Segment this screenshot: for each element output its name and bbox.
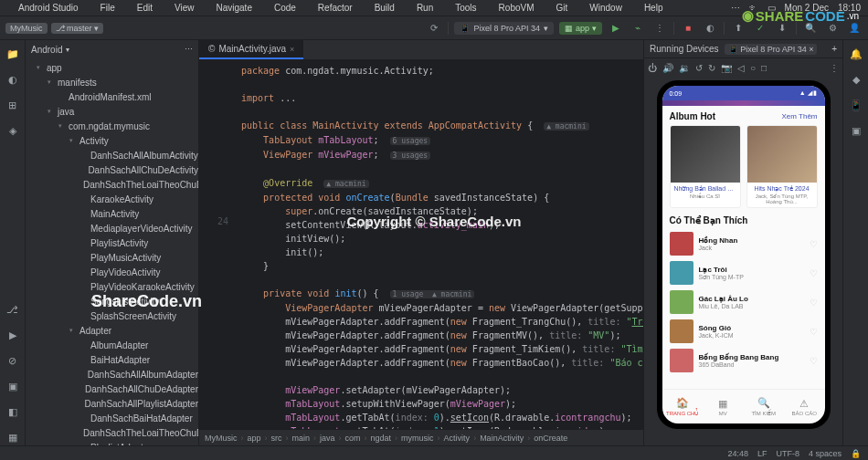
song-item[interactable]: Hồng NhanJack♡ xyxy=(670,229,818,258)
tree-item[interactable]: PlayVideoActivity xyxy=(26,265,198,279)
breadcrumb-item[interactable]: mymusic xyxy=(401,434,434,443)
breadcrumb-item[interactable]: onCreate xyxy=(534,434,567,443)
resource-icon[interactable]: ◐ xyxy=(5,71,21,88)
sync-icon[interactable]: ⟳ xyxy=(426,20,442,37)
nav-mv[interactable]: ▦MV xyxy=(703,390,744,423)
breadcrumb[interactable]: MyMusic › app › src › main › java › com … xyxy=(199,429,643,445)
editor-tab[interactable]: © MainActivity.java × xyxy=(199,40,303,59)
menu-run[interactable]: Run xyxy=(417,3,433,13)
menu-refactor[interactable]: Refactor xyxy=(318,3,353,13)
line-sep[interactable]: LF xyxy=(757,449,767,458)
tree-item[interactable]: SplashScreenActivity xyxy=(26,308,198,323)
vol-down-icon[interactable]: 🔉 xyxy=(679,63,690,73)
home-icon[interactable]: ○ xyxy=(750,63,756,73)
tree-item[interactable]: ▾manifests xyxy=(26,75,198,89)
tree-item[interactable]: DanhSachAllAlbumAdapter xyxy=(26,367,198,382)
power-icon[interactable]: ⏻ xyxy=(648,63,657,73)
charset[interactable]: UTF-8 xyxy=(776,449,799,458)
rotate-right-icon[interactable]: ↻ xyxy=(708,63,715,73)
readonly-icon[interactable]: 🔒 xyxy=(851,449,861,458)
stop-icon[interactable]: ■ xyxy=(680,20,696,37)
nav-báo cáo[interactable]: ⚠BÁO CÁO xyxy=(784,390,825,423)
breadcrumb-item[interactable]: main xyxy=(292,434,311,443)
run-tool-icon[interactable]: ▶ xyxy=(5,327,21,343)
menu-file[interactable]: File xyxy=(101,3,115,13)
menu-git[interactable]: Git xyxy=(556,3,568,13)
more-icon[interactable]: ⋮ xyxy=(651,20,668,37)
tree-item[interactable]: SongsListActivity xyxy=(26,294,198,308)
logcat-icon[interactable]: ◧ xyxy=(5,403,21,420)
problems-icon[interactable]: ⊘ xyxy=(5,352,21,369)
breadcrumb-item[interactable]: Activity xyxy=(444,434,471,443)
git-tool-icon[interactable]: ⎇ xyxy=(5,301,21,318)
more-emu-icon[interactable]: ⋮ xyxy=(830,63,839,73)
project-selector[interactable]: MyMusic xyxy=(5,23,48,34)
tree-item[interactable]: KaraokeActivity xyxy=(26,192,198,206)
menu-tools[interactable]: Tools xyxy=(455,3,476,13)
see-more-link[interactable]: Xem Thêm xyxy=(782,112,818,120)
tree-item[interactable]: DanhSachAllChuDeActivity xyxy=(26,162,198,177)
menu-edit[interactable]: Edit xyxy=(137,3,153,13)
song-item[interactable]: Gác Lại Âu LoMiu Lê, Da LAB♡ xyxy=(670,288,818,317)
tree-item[interactable]: BaiHatAdapter xyxy=(26,352,198,367)
album-card[interactable]: Hits Nhạc Trẻ 2024Jack, Sơn Tùng MTP, Ho… xyxy=(746,125,818,208)
emulator-icon[interactable]: ▣ xyxy=(848,122,864,139)
structure-icon[interactable]: ⊞ xyxy=(5,97,21,113)
breadcrumb-item[interactable]: com xyxy=(345,434,361,443)
tree-item[interactable]: ▾Activity xyxy=(26,133,198,148)
run-config[interactable]: ▦ app ▾ xyxy=(559,22,602,35)
tree-item[interactable]: MainActivity xyxy=(26,206,198,221)
menu-code[interactable]: Code xyxy=(274,3,296,13)
song-item[interactable]: Lạc TrôiSơn Tùng M-TP♡ xyxy=(670,258,818,288)
tree-item[interactable]: PlaylistAdapter xyxy=(26,440,198,445)
code-area[interactable]: package com.ngdat.mymusic.Activity; impo… xyxy=(236,60,643,429)
tree-item[interactable]: DanhSachTheLoaiTheoChuDeActivity xyxy=(26,177,198,192)
branch-selector[interactable]: ⎇ master ▾ xyxy=(51,23,104,34)
emulator-tab[interactable]: 📱 Pixel 8 Pro API 34 × xyxy=(725,44,818,55)
breadcrumb-item[interactable]: java xyxy=(320,434,335,443)
tree-item[interactable]: PlayMusicActivity xyxy=(26,250,198,265)
tree-item[interactable]: DanhSachBaiHatAdapter xyxy=(26,411,198,425)
indent[interactable]: 4 spaces xyxy=(809,449,842,458)
build-icon[interactable]: ▦ xyxy=(5,429,21,445)
heart-icon[interactable]: ♡ xyxy=(810,298,818,308)
breadcrumb-item[interactable]: ngdat xyxy=(371,434,392,443)
rotate-left-icon[interactable]: ↺ xyxy=(695,63,703,73)
heart-icon[interactable]: ♡ xyxy=(810,327,818,337)
breadcrumb-item[interactable]: src xyxy=(271,434,282,443)
device-manager-icon[interactable]: 📱 xyxy=(848,97,864,113)
breadcrumb-item[interactable]: app xyxy=(248,434,261,443)
menu-build[interactable]: Build xyxy=(375,3,395,13)
add-device-icon[interactable]: + xyxy=(831,44,837,54)
tree-item[interactable]: MediaplayerVideoActivity xyxy=(26,221,198,235)
heart-icon[interactable]: ♡ xyxy=(810,239,818,249)
heart-icon[interactable]: ♡ xyxy=(810,268,818,278)
tree-item[interactable]: AlbumAdapter xyxy=(26,338,198,352)
project-header[interactable]: Android▾ ⋯ xyxy=(26,40,198,58)
menu-robovm[interactable]: RoboVM xyxy=(499,3,535,13)
tree-item[interactable]: DanhSachAllPlaylistAdapter xyxy=(26,396,198,411)
song-item[interactable]: Bống Bống Bang Bang365 DaBand♡ xyxy=(670,346,818,375)
phone-screen[interactable]: 0:09▲ ◢ ▮ Album Hot Xem Thêm Những Bản B… xyxy=(662,86,825,423)
tree-item[interactable]: DanhSachAllChuDeAdapter xyxy=(26,382,198,396)
terminal-icon[interactable]: ▣ xyxy=(5,378,21,394)
menu-view[interactable]: View xyxy=(175,3,195,13)
tree-item[interactable]: DanhSachAllAlbumActivity xyxy=(26,148,198,162)
screenshot-icon[interactable]: 📷 xyxy=(721,63,732,73)
breadcrumb-item[interactable]: MyMusic xyxy=(205,434,238,443)
tree-item[interactable]: ▾Adapter xyxy=(26,323,198,338)
heart-icon[interactable]: ♡ xyxy=(810,356,818,366)
tree-item[interactable]: PlaylistActivity xyxy=(26,235,198,250)
breadcrumb-item[interactable]: MainActivity xyxy=(480,434,524,443)
song-item[interactable]: Sóng GióJack, K-ICM♡ xyxy=(670,317,818,346)
bookmark-icon[interactable]: ◈ xyxy=(5,122,21,139)
device-selector[interactable]: 📱 Pixel 8 Pro API 34 ▾ xyxy=(454,22,554,35)
tree-item[interactable]: ▾java xyxy=(26,104,198,119)
menu-help[interactable]: Help xyxy=(644,3,663,13)
debug-icon[interactable]: ⌁ xyxy=(630,20,646,37)
tree-item[interactable]: AndroidManifest.xml xyxy=(26,89,198,104)
project-tool-icon[interactable]: 📁 xyxy=(5,46,21,62)
menu-android-studio[interactable]: Android Studio xyxy=(18,3,79,13)
nav-tìm kiếm[interactable]: 🔍TÌM KIẾM xyxy=(744,390,785,423)
tree-item[interactable]: ▾app xyxy=(26,60,198,75)
